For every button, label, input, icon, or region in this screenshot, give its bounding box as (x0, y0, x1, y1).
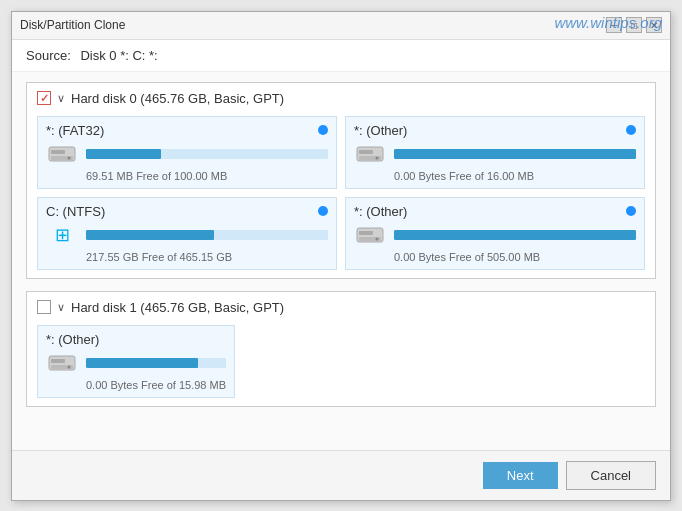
partition-other2-dot (626, 206, 636, 216)
source-value: Disk 0 *: C: *: (80, 48, 157, 63)
disk0-group: ∨ Hard disk 0 (465.76 GB, Basic, GPT) *:… (26, 82, 656, 279)
disk1-chevron[interactable]: ∨ (57, 301, 65, 314)
maximize-button[interactable]: □ (626, 17, 642, 33)
partition-ntfs-top: C: (NTFS) (46, 204, 328, 219)
content-area: ∨ Hard disk 0 (465.76 GB, Basic, GPT) *:… (12, 72, 670, 450)
partition-other2: *: (Other) (345, 197, 645, 270)
window-controls: ─ □ ✕ (606, 17, 662, 33)
drive-icon-other2 (354, 223, 386, 247)
partition-ntfs-fill (86, 230, 214, 240)
svg-point-6 (376, 156, 379, 159)
next-button[interactable]: Next (483, 462, 558, 489)
partition-other2-bar (394, 230, 636, 240)
partition-ntfs-name: C: (NTFS) (46, 204, 105, 219)
partition-fat32-top: *: (FAT32) (46, 123, 328, 138)
svg-rect-15 (51, 359, 65, 363)
svg-point-2 (68, 156, 71, 159)
partition-other1-dot (626, 125, 636, 135)
partition-other1-bar (394, 149, 636, 159)
drive-icon-ntfs: ⊞ (46, 223, 78, 247)
svg-point-14 (68, 365, 71, 368)
minimize-button[interactable]: ─ (606, 17, 622, 33)
cancel-button[interactable]: Cancel (566, 461, 656, 490)
partition-ntfs-dot (318, 206, 328, 216)
partition-other1-name: *: (Other) (354, 123, 407, 138)
partition-other1-middle (354, 142, 636, 166)
partition-other2-info: 0.00 Bytes Free of 505.00 MB (394, 251, 636, 263)
disk0-partitions: *: (FAT32) (37, 116, 645, 270)
partition-other2-middle (354, 223, 636, 247)
partition-fat32-bar (86, 149, 328, 159)
partition-disk1-info: 0.00 Bytes Free of 15.98 MB (86, 379, 226, 391)
partition-other1-fill (394, 149, 636, 159)
partition-other2-fill (394, 230, 636, 240)
svg-rect-3 (51, 150, 65, 154)
windows-logo-icon: ⊞ (55, 224, 70, 246)
partition-fat32-middle (46, 142, 328, 166)
partition-other2-name: *: (Other) (354, 204, 407, 219)
window-title: Disk/Partition Clone (20, 18, 125, 32)
partition-disk1-other-top: *: (Other) (46, 332, 226, 347)
disk1-partitions: *: (Other) (37, 325, 645, 398)
partition-fat32-name: *: (FAT32) (46, 123, 104, 138)
partition-fat32-info: 69.51 MB Free of 100.00 MB (86, 170, 328, 182)
partition-ntfs: C: (NTFS) ⊞ 217.55 GB Free of 465.15 GB (37, 197, 337, 270)
partition-other1-top: *: (Other) (354, 123, 636, 138)
drive-icon-fat32 (46, 142, 78, 166)
svg-rect-11 (359, 231, 373, 235)
partition-ntfs-info: 217.55 GB Free of 465.15 GB (86, 251, 328, 263)
partition-other1: *: (Other) (345, 116, 645, 189)
drive-icon-disk1 (46, 351, 78, 375)
partition-ntfs-middle: ⊞ (46, 223, 328, 247)
partition-fat32: *: (FAT32) (37, 116, 337, 189)
partition-disk1-fill (86, 358, 198, 368)
disk1-header: ∨ Hard disk 1 (465.76 GB, Basic, GPT) (37, 300, 645, 315)
disk1-title: Hard disk 1 (465.76 GB, Basic, GPT) (71, 300, 284, 315)
disk0-chevron[interactable]: ∨ (57, 92, 65, 105)
source-bar: Source: Disk 0 *: C: *: (12, 40, 670, 72)
main-window: Disk/Partition Clone ─ □ ✕ Source: Disk … (11, 11, 671, 501)
disk0-header: ∨ Hard disk 0 (465.76 GB, Basic, GPT) (37, 91, 645, 106)
disk1-group: ∨ Hard disk 1 (465.76 GB, Basic, GPT) *:… (26, 291, 656, 407)
partition-disk1-other-name: *: (Other) (46, 332, 99, 347)
partition-disk1-other: *: (Other) (37, 325, 235, 398)
svg-point-10 (376, 237, 379, 240)
partition-fat32-fill (86, 149, 161, 159)
partition-fat32-dot (318, 125, 328, 135)
title-bar: Disk/Partition Clone ─ □ ✕ (12, 12, 670, 40)
disk0-checkbox[interactable] (37, 91, 51, 105)
partition-disk1-other-middle (46, 351, 226, 375)
svg-rect-7 (359, 150, 373, 154)
disk1-checkbox[interactable] (37, 300, 51, 314)
source-label: Source: (26, 48, 71, 63)
partition-disk1-bar (86, 358, 226, 368)
partition-other2-top: *: (Other) (354, 204, 636, 219)
partition-other1-info: 0.00 Bytes Free of 16.00 MB (394, 170, 636, 182)
drive-icon-other1 (354, 142, 386, 166)
disk0-title: Hard disk 0 (465.76 GB, Basic, GPT) (71, 91, 284, 106)
close-button[interactable]: ✕ (646, 17, 662, 33)
partition-ntfs-bar (86, 230, 328, 240)
footer: Next Cancel (12, 450, 670, 500)
